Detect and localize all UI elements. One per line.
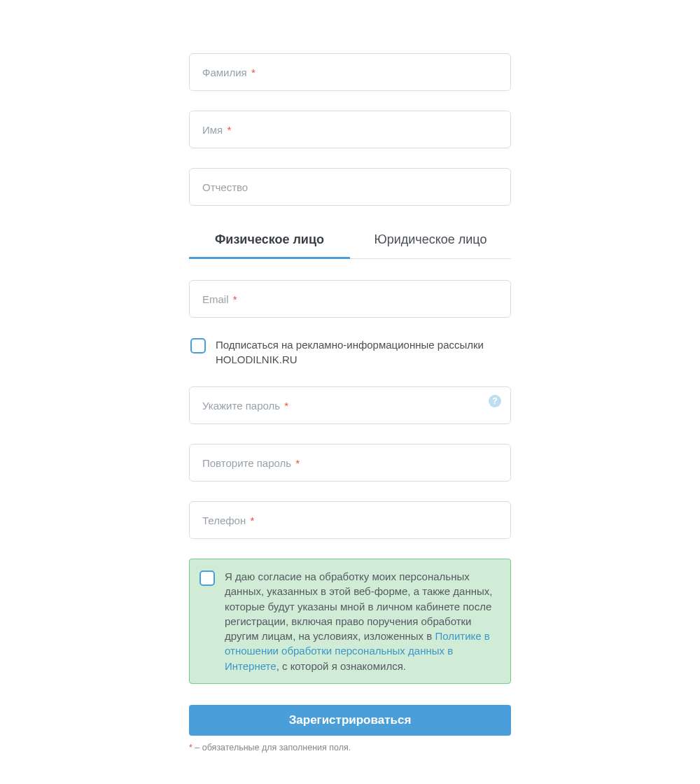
firstname-field-wrap: Имя * (189, 111, 511, 148)
patronymic-input[interactable] (189, 168, 511, 206)
password-field-wrap: Укажите пароль * ? (189, 386, 511, 424)
entity-type-tabs: Физическое лицо Юридическое лицо (189, 225, 511, 259)
newsletter-checkbox[interactable] (190, 338, 206, 354)
tab-legal[interactable]: Юридическое лицо (350, 225, 511, 259)
required-footnote: * – обязательные для заполнения поля. (189, 743, 511, 752)
tab-individual[interactable]: Физическое лицо (189, 225, 350, 259)
password-confirm-input[interactable] (189, 444, 511, 482)
phone-field-wrap: Телефон * (189, 501, 511, 539)
email-input[interactable] (189, 280, 511, 318)
password-input[interactable] (189, 386, 511, 424)
consent-text: Я даю согласие на обработку моих персона… (225, 569, 499, 673)
password-help-icon[interactable]: ? (489, 395, 501, 407)
lastname-field-wrap: Фамилия * (189, 53, 511, 91)
newsletter-label: Подписаться на рекламно-информационные р… (216, 337, 510, 367)
password-confirm-field-wrap: Повторите пароль * (189, 444, 511, 482)
firstname-input[interactable] (189, 111, 511, 148)
newsletter-row: Подписаться на рекламно-информационные р… (189, 337, 511, 367)
consent-box: Я даю согласие на обработку моих персона… (189, 559, 511, 684)
patronymic-field-wrap: Отчество (189, 168, 511, 206)
submit-button[interactable]: Зарегистрироваться (189, 705, 511, 736)
registration-form: Фамилия * Имя * Отчество Физическое лицо… (189, 53, 511, 784)
email-field-wrap: Email * (189, 280, 511, 318)
consent-checkbox[interactable] (200, 570, 215, 586)
lastname-input[interactable] (189, 53, 511, 91)
phone-input[interactable] (189, 501, 511, 539)
